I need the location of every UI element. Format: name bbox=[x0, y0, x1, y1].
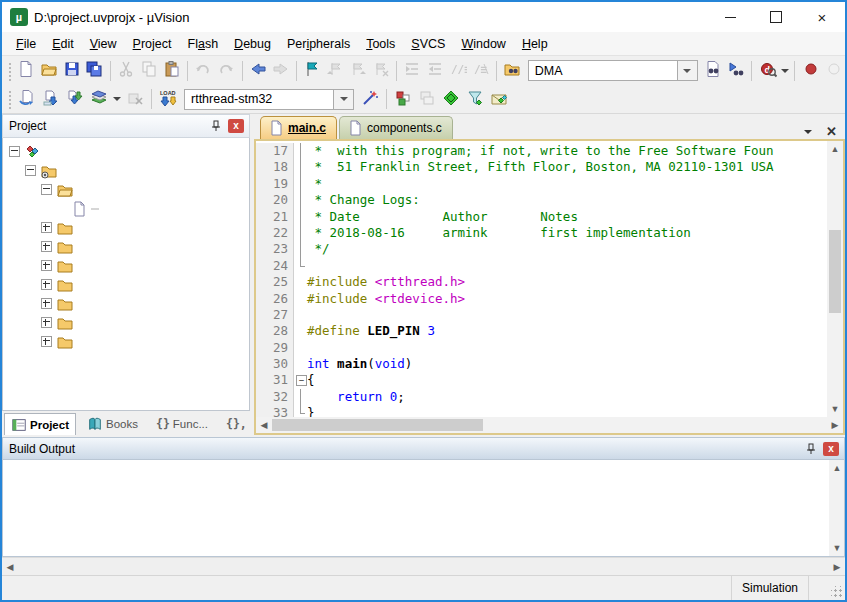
editor-tab-main-c[interactable]: main.c bbox=[260, 116, 337, 139]
code-line[interactable]: 26 #include <rtdevice.h> bbox=[256, 291, 827, 307]
code-line[interactable]: 29 bbox=[256, 340, 827, 356]
scroll-up-icon[interactable]: ▲ bbox=[827, 141, 843, 157]
manage-project-items-button[interactable] bbox=[391, 87, 415, 111]
tree-item-label[interactable] bbox=[77, 246, 85, 248]
code-text[interactable]: * 2018-08-16 armink first implementation bbox=[307, 225, 691, 241]
code-line[interactable]: 20 * Change Logs: bbox=[256, 192, 827, 208]
tree-item-stm32-hal[interactable] bbox=[3, 237, 249, 256]
tree-item-label[interactable] bbox=[77, 284, 85, 286]
tree-item-applications[interactable] bbox=[3, 180, 249, 199]
build-output-horizontal-scrollbar[interactable]: ◀ ▶ bbox=[2, 557, 845, 575]
incremental-find-button[interactable] bbox=[725, 59, 748, 83]
menu-window[interactable]: Window bbox=[453, 34, 513, 54]
search-box-value[interactable]: DMA bbox=[528, 60, 678, 81]
search-box-dropdown-icon[interactable] bbox=[678, 60, 698, 81]
open-file-button[interactable] bbox=[38, 59, 61, 83]
build-output-vertical-scrollbar[interactable]: ▲ ▼ bbox=[829, 460, 844, 556]
code-line[interactable]: 33 } bbox=[256, 405, 827, 417]
maximize-button[interactable] bbox=[753, 2, 799, 32]
code-text[interactable]: { bbox=[307, 372, 315, 388]
code-line[interactable]: 32 return 0; bbox=[256, 389, 827, 405]
code-text[interactable]: #include <rtthread.h> bbox=[307, 274, 465, 290]
code-text[interactable]: * bbox=[307, 176, 322, 192]
tree-item-label[interactable] bbox=[45, 151, 53, 153]
menu-debug[interactable]: Debug bbox=[226, 34, 279, 54]
pack-installer-button[interactable] bbox=[487, 87, 511, 111]
code-line[interactable]: 21 * Date Author Notes bbox=[256, 209, 827, 225]
code-line[interactable]: 27 bbox=[256, 307, 827, 323]
pin-icon[interactable] bbox=[802, 441, 820, 457]
code-text[interactable]: * Change Logs: bbox=[307, 192, 420, 208]
panel-tab-books[interactable]: Books bbox=[80, 412, 145, 435]
manage-run-time-environment-button[interactable] bbox=[439, 87, 463, 111]
scrollbar-thumb[interactable] bbox=[829, 230, 841, 313]
code-line[interactable]: 24 bbox=[256, 258, 827, 274]
build-output-content[interactable] bbox=[3, 460, 829, 556]
debug-session-caret[interactable] bbox=[779, 59, 790, 83]
code-line[interactable]: 23 */ bbox=[256, 241, 827, 257]
code-text[interactable]: * Date Author Notes bbox=[307, 209, 578, 225]
menu-file[interactable]: File bbox=[8, 34, 44, 54]
code-line[interactable]: 22 * 2018-08-16 armink first implementat… bbox=[256, 225, 827, 241]
code-line[interactable]: 31 { bbox=[256, 372, 827, 388]
tree-item-cortex-m3[interactable] bbox=[3, 275, 249, 294]
code-text[interactable]: * 51 Franklin Street, Fifth Floor, Bosto… bbox=[307, 159, 774, 175]
start-stop-debug-button[interactable]: d bbox=[756, 59, 779, 83]
scroll-up-icon[interactable]: ▲ bbox=[829, 460, 845, 476]
panel-tab-project[interactable]: Project bbox=[4, 413, 76, 435]
insert-breakpoint-button[interactable] bbox=[799, 59, 822, 83]
tree-item-rtthread-stm32[interactable] bbox=[3, 161, 249, 180]
save-button[interactable] bbox=[60, 59, 83, 83]
build-button[interactable] bbox=[39, 87, 63, 111]
tree-toggle-minus[interactable] bbox=[25, 165, 36, 176]
code-text[interactable]: } bbox=[307, 405, 315, 417]
batch-build-caret[interactable] bbox=[111, 87, 123, 111]
tree-toggle-plus[interactable] bbox=[41, 241, 52, 252]
tree-item-label[interactable] bbox=[61, 170, 69, 172]
select-software-packs-button[interactable] bbox=[463, 87, 487, 111]
target-select-dropdown-icon[interactable] bbox=[334, 89, 354, 110]
code-text[interactable]: */ bbox=[307, 241, 330, 257]
fold-margin[interactable] bbox=[294, 372, 307, 388]
tree-item-kernel-sample[interactable] bbox=[3, 332, 249, 351]
cut-button[interactable] bbox=[115, 59, 138, 83]
scroll-left-icon[interactable]: ◀ bbox=[2, 559, 18, 575]
menu-svcs[interactable]: SVCS bbox=[403, 34, 453, 54]
previous-bookmark-button[interactable] bbox=[324, 59, 347, 83]
code-line[interactable]: 28 #define LED_PIN 3 bbox=[256, 323, 827, 339]
editor-horizontal-scrollbar[interactable]: ◀ ▶ bbox=[256, 417, 843, 433]
menu-tools[interactable]: Tools bbox=[358, 34, 403, 54]
search-box[interactable]: DMA bbox=[528, 60, 698, 81]
tree-item-label[interactable] bbox=[77, 265, 85, 267]
toolbar-grip[interactable] bbox=[7, 89, 12, 109]
scroll-down-icon[interactable]: ▼ bbox=[827, 401, 843, 417]
scroll-down-icon[interactable]: ▼ bbox=[829, 540, 845, 556]
code-text[interactable]: #define LED_PIN 3 bbox=[307, 323, 435, 339]
close-document-icon[interactable]: ✕ bbox=[826, 124, 837, 139]
menu-help[interactable]: Help bbox=[514, 34, 556, 54]
options-for-target-button[interactable] bbox=[358, 87, 382, 111]
save-all-button[interactable] bbox=[83, 59, 106, 83]
translate-file-button[interactable] bbox=[15, 87, 39, 111]
scroll-right-icon[interactable]: ▶ bbox=[827, 417, 843, 433]
menu-peripherals[interactable]: Peripherals bbox=[279, 34, 358, 54]
paste-button[interactable] bbox=[160, 59, 183, 83]
rebuild-all-button[interactable] bbox=[63, 87, 87, 111]
tree-toggle-minus[interactable] bbox=[41, 184, 52, 195]
code-text[interactable]: #include <rtdevice.h> bbox=[307, 291, 465, 307]
redo-button[interactable] bbox=[215, 59, 238, 83]
find-in-files-button[interactable] bbox=[501, 59, 524, 83]
kill-all-breakpoints-button[interactable] bbox=[822, 59, 845, 83]
tree-toggle-plus[interactable] bbox=[41, 222, 52, 233]
minimize-button[interactable] bbox=[707, 2, 753, 32]
clear-all-bookmarks-button[interactable] bbox=[369, 59, 392, 83]
tree-item-label[interactable] bbox=[77, 189, 85, 191]
menu-edit[interactable]: Edit bbox=[44, 34, 82, 54]
navigate-forward-button[interactable] bbox=[269, 59, 292, 83]
tree-item-label[interactable] bbox=[77, 227, 85, 229]
scroll-left-icon[interactable]: ◀ bbox=[256, 417, 272, 433]
stop-build-button[interactable] bbox=[123, 87, 147, 111]
tree-item-label[interactable] bbox=[77, 341, 85, 343]
tree-item-project-project[interactable] bbox=[3, 142, 249, 161]
toggle-bookmark-button[interactable] bbox=[301, 59, 324, 83]
